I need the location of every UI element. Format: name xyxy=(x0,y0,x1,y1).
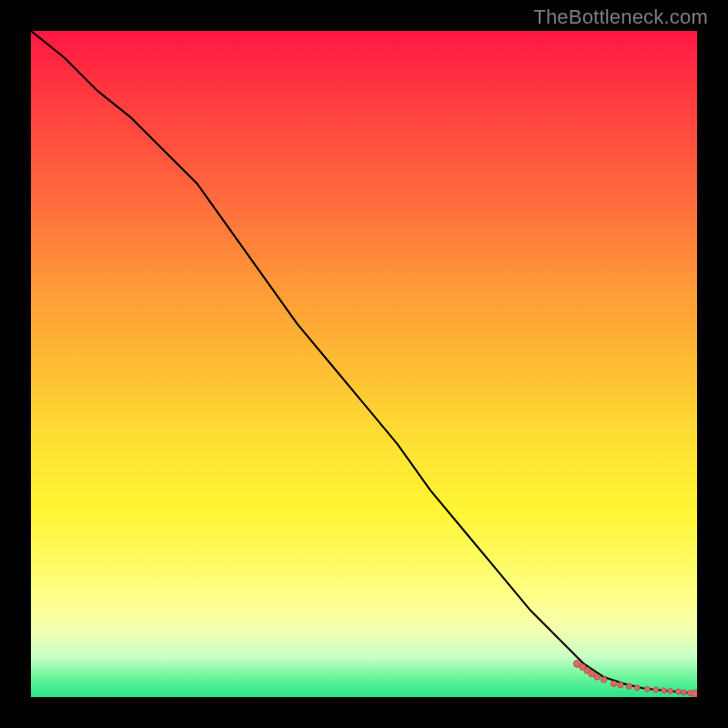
watermark-text: TheBottleneck.com xyxy=(533,5,708,29)
sample-dot xyxy=(692,690,697,697)
chart-stage: TheBottleneck.com xyxy=(0,0,728,728)
sample-dot xyxy=(601,677,607,683)
sample-dot xyxy=(618,682,623,688)
sample-dot xyxy=(594,674,601,681)
plot-area xyxy=(31,31,697,697)
sample-dots xyxy=(573,660,697,697)
sample-dot xyxy=(676,689,682,694)
sample-dot xyxy=(653,687,659,693)
sample-dot xyxy=(611,681,616,686)
sample-dot xyxy=(644,686,650,692)
bottleneck-curve xyxy=(31,31,697,693)
chart-overlay xyxy=(31,31,697,697)
sample-dot xyxy=(661,688,666,693)
sample-dot xyxy=(681,690,686,695)
sample-dot xyxy=(668,688,673,693)
sample-dot xyxy=(626,683,632,689)
sample-dot xyxy=(634,685,640,691)
